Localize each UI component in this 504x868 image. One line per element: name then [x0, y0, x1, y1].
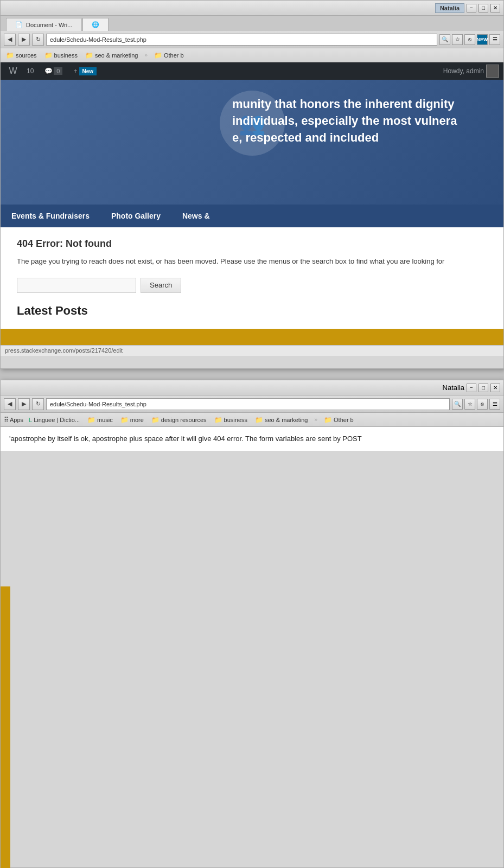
address-text: edule/Schedu-Mod-Results_test.php: [50, 36, 146, 43]
bookmark-business-bottom[interactable]: 📁 business: [212, 416, 250, 424]
user-label-bottom: Natalia: [443, 384, 464, 392]
bookmark-business[interactable]: 📁 business: [42, 51, 80, 60]
reload-button-bottom[interactable]: ↻: [32, 398, 44, 410]
wp-new-button[interactable]: + New: [68, 62, 102, 80]
wp-comment-item[interactable]: 💬 0: [39, 62, 68, 80]
tab-label-1: Document - Wri...: [26, 22, 72, 28]
share-icon-bar[interactable]: ⎋: [464, 34, 475, 45]
maximize-button-top[interactable]: □: [479, 4, 488, 12]
search-button-label: Search: [150, 281, 172, 289]
bottom-page-text: 'apostrophe by itself is ok, apostrophe …: [9, 433, 495, 444]
bookmark-seo[interactable]: 📁 seo & marketing: [83, 51, 140, 60]
error-content: 404 Error: Not found The page you trying…: [1, 227, 503, 329]
bookmark-seo-bottom[interactable]: 📁 seo & marketing: [253, 416, 310, 424]
bookmark-separator: »: [143, 52, 149, 58]
search-button[interactable]: Search: [141, 278, 181, 293]
wp-logo[interactable]: W: [5, 63, 21, 79]
business-label-bottom: business: [224, 417, 247, 423]
bookmark-design[interactable]: 📁 design resources: [149, 416, 209, 424]
folder-icon-seo-bottom: 📁: [255, 416, 263, 424]
new-badge-wp: New: [79, 67, 97, 75]
wp-howdy: Howdy, admin: [443, 67, 486, 75]
addressbar-top: ◀ ▶ ↻ edule/Schedu-Mod-Results_test.php …: [1, 31, 503, 48]
nav-photo-gallery[interactable]: Photo Gallery: [100, 205, 171, 227]
folder-icon-business-bottom: 📁: [214, 416, 222, 424]
bookmarks-bar-top: 📁 sources 📁 business 📁 seo & marketing »…: [1, 48, 503, 62]
status-bar-top: press.stackexchange.com/posts/217420/edi…: [1, 345, 503, 356]
comment-count: 0: [54, 67, 62, 75]
folder-icon-seo: 📁: [85, 52, 93, 59]
bookmark-more[interactable]: 📁 more: [118, 416, 146, 424]
error-message: The page you trying to reach does not ex…: [17, 256, 487, 267]
address-text-bottom: edule/Schedu-Mod-Results_test.php: [50, 401, 146, 407]
apps-label: Apps: [10, 417, 23, 423]
error-title: 404 Error: Not found: [17, 238, 487, 250]
maximize-button-bottom[interactable]: □: [479, 384, 488, 392]
wp-avatar[interactable]: [486, 65, 499, 78]
back-button[interactable]: ◀: [4, 34, 16, 46]
bookmark-other-bottom[interactable]: 📁 Other b: [322, 416, 356, 424]
bookmark-sources-label: sources: [16, 52, 37, 59]
titlebar-top: Natalia − □ ✕: [1, 1, 503, 16]
address-bar-top[interactable]: edule/Schedu-Mod-Results_test.php: [46, 34, 437, 46]
close-button-bottom[interactable]: ✕: [490, 384, 500, 392]
tab-2-active[interactable]: 🌐: [82, 18, 109, 31]
menu-icon-bar[interactable]: ☰: [489, 34, 500, 45]
tabs-row-top: 📄 Document - Wri... 🌐: [1, 16, 503, 31]
bookmark-seo-label: seo & marketing: [95, 52, 138, 59]
bookmark-apps[interactable]: ⠿ Apps: [4, 416, 23, 424]
folder-icon-other: 📁: [154, 52, 162, 59]
search-icon-bar-bottom[interactable]: 🔍: [452, 399, 463, 410]
bookmark-linguee[interactable]: L Linguee | Dictio...: [27, 416, 82, 424]
menu-icon-bar-bottom[interactable]: ☰: [489, 399, 500, 410]
wp-count-value: 10: [27, 67, 34, 75]
forward-button-bottom[interactable]: ▶: [18, 398, 30, 410]
linguee-icon: L: [29, 417, 32, 423]
user-label-top: Natalia: [435, 3, 464, 13]
apps-grid-icon: ⠿: [4, 416, 9, 424]
folder-icon-design: 📁: [151, 416, 160, 424]
tab-1[interactable]: 📄 Document - Wri...: [6, 18, 81, 31]
folder-icon-other-bottom: 📁: [324, 416, 332, 424]
bookmark-other[interactable]: 📁 Other b: [152, 51, 186, 60]
folder-icon-sources: 📁: [6, 52, 14, 59]
addressbar-bottom: ◀ ▶ ↻ edule/Schedu-Mod-Results_test.php …: [1, 395, 503, 413]
gold-bar-top: [1, 329, 503, 345]
nav-events[interactable]: Events & Fundraisers: [1, 205, 100, 227]
gold-bar-bottom: [1, 586, 10, 868]
search-icon-bar[interactable]: 🔍: [439, 34, 450, 45]
music-label: music: [97, 417, 113, 423]
star-icon-bar-bottom[interactable]: ☆: [464, 399, 475, 410]
nav-news[interactable]: News &: [171, 205, 221, 227]
folder-icon-more: 📁: [120, 416, 129, 424]
minimize-button-bottom[interactable]: −: [467, 384, 476, 392]
bookmarks-bar-bottom: ⠿ Apps L Linguee | Dictio... 📁 music 📁 m…: [1, 413, 503, 427]
nav-news-label: News &: [182, 212, 210, 220]
close-button-top[interactable]: ✕: [490, 4, 500, 12]
wp-admin-bar: W 10 💬 0 + New Howdy, admin: [1, 62, 503, 80]
bookmark-other-label: Other b: [164, 52, 184, 59]
hero-line1: munity that honors the inherent dignity: [232, 97, 454, 111]
search-input[interactable]: [17, 278, 136, 293]
back-button-bottom[interactable]: ◀: [4, 398, 16, 410]
nav-events-label: Events & Fundraisers: [11, 212, 90, 220]
site-nav: Events & Fundraisers Photo Gallery News …: [1, 205, 503, 227]
reload-button[interactable]: ↻: [32, 34, 44, 46]
seo-label-bottom: seo & marketing: [265, 417, 308, 423]
other-label-bottom: Other b: [334, 417, 354, 423]
folder-icon-music: 📁: [87, 416, 95, 424]
tab-icon-1: 📄: [15, 21, 23, 28]
bookmark-music[interactable]: 📁 music: [85, 416, 115, 424]
hero-line3: e, respected and included: [232, 131, 379, 144]
forward-button[interactable]: ▶: [18, 34, 30, 46]
bm-separator-bottom: »: [313, 417, 318, 423]
browser-window-top: Natalia − □ ✕ 📄 Document - Wri... 🌐 ◀ ▶ …: [0, 0, 504, 369]
star-icon-bar[interactable]: ☆: [452, 34, 463, 45]
nav-photo-gallery-label: Photo Gallery: [111, 212, 161, 220]
wp-admin-count[interactable]: 10: [21, 62, 39, 80]
address-bar-bottom[interactable]: edule/Schedu-Mod-Results_test.php: [46, 398, 450, 410]
minimize-button-top[interactable]: −: [467, 4, 476, 12]
share-icon-bar-bottom[interactable]: ⎋: [477, 399, 488, 410]
bookmark-business-label: business: [54, 52, 78, 59]
bookmark-sources[interactable]: 📁 sources: [4, 51, 39, 60]
